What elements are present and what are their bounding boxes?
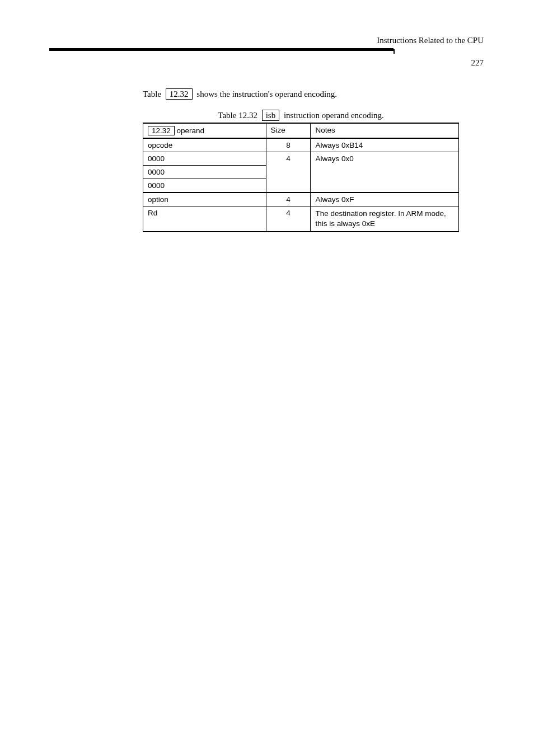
table-caption-post: instruction operand encoding. [284, 111, 384, 120]
table-caption-pre: Table 12.32 [218, 111, 257, 120]
cell-notes: Always 0xB14 [311, 138, 459, 152]
table-row: 0000 4 Always 0x0 [143, 152, 459, 166]
cell-op: opcode [143, 138, 266, 152]
cell-size: 4 [266, 152, 311, 193]
table-row: option 4 Always 0xF [143, 192, 459, 206]
table-row: opcode 8 Always 0xB14 [143, 138, 459, 152]
cell-op: 0000 [143, 152, 266, 166]
page-number: 227 [471, 58, 484, 68]
running-head: Instructions Related to the CPU [377, 36, 484, 45]
cell-notes: Always 0x0 [311, 152, 459, 193]
cell-op: option [143, 192, 266, 206]
th-operand-box: 12.32 [148, 126, 175, 135]
intro-ref-box: 12.32 [166, 88, 193, 100]
th-size: Size [266, 123, 311, 138]
table-caption: Table 12.32 isb instruction operand enco… [143, 110, 459, 121]
cell-op: 0000 [143, 166, 266, 179]
header-rule [49, 48, 394, 51]
cell-notes: Always 0xF [311, 192, 459, 206]
table-caption-ref-box: isb [262, 110, 280, 121]
cell-size: 4 [266, 192, 311, 206]
th-notes: Notes [311, 123, 459, 138]
intro-sentence: Table 12.32 shows the instruction's oper… [143, 88, 337, 100]
th-operand-after: operand [177, 126, 205, 135]
th-operand: 12.32 operand [143, 123, 266, 138]
header-rule-tail [394, 49, 395, 54]
table-row: Rd 4 The destination register. In ARM mo… [143, 206, 459, 232]
intro-post: shows the instruction's operand encoding… [196, 90, 337, 98]
cell-op: Rd [143, 206, 266, 232]
cell-notes: The destination register. In ARM mode, t… [311, 206, 459, 232]
cell-size: 4 [266, 206, 311, 232]
intro-pre: Table [143, 90, 161, 98]
cell-op: 0000 [143, 179, 266, 193]
cell-size: 8 [266, 138, 311, 152]
operand-table: 12.32 operand Size Notes opcode 8 Always… [143, 123, 459, 232]
